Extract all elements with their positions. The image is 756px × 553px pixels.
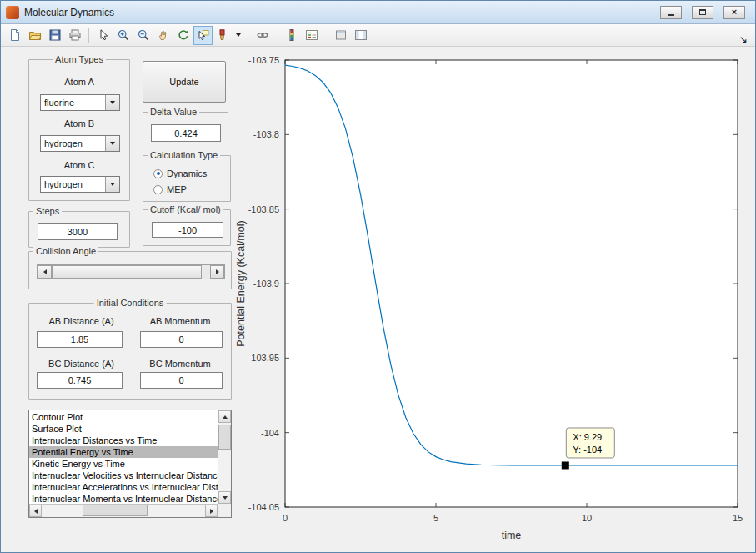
- list-item[interactable]: Internuclear Momenta vs Internuclear Dis…: [29, 493, 218, 504]
- dock-figure-icon[interactable]: ↘: [739, 33, 751, 46]
- datatip-x-value: X: 9.29: [573, 432, 602, 442]
- atom-b-dropdown[interactable]: hydrogen: [40, 135, 120, 152]
- list-item[interactable]: Potential Energy vs Time: [29, 446, 218, 458]
- new-figure-icon: [8, 28, 22, 42]
- hide-plot-tools-icon: [334, 28, 348, 42]
- calculation-type-group: Calculation Type Dynamics MEP: [143, 155, 231, 202]
- slider-right-arrow[interactable]: [210, 265, 224, 279]
- update-button[interactable]: Update: [143, 61, 226, 103]
- slider-thumb[interactable]: [52, 265, 202, 279]
- list-item[interactable]: Surface Plot: [29, 423, 218, 435]
- zoom-in-button[interactable]: [113, 26, 133, 45]
- maximize-button[interactable]: [692, 6, 713, 19]
- atom-c-dropdown[interactable]: hydrogen: [40, 176, 120, 193]
- window-controls: ×: [660, 6, 750, 19]
- print-figure-button[interactable]: [65, 26, 84, 45]
- x-axis-label: time: [502, 530, 522, 541]
- plot-type-list-items: Contour PlotSurface PlotInternuclear Dis…: [29, 411, 218, 504]
- insert-legend-button[interactable]: [302, 26, 321, 45]
- collision-angle-slider[interactable]: [37, 264, 225, 279]
- delta-value-group: Delta Value: [143, 112, 228, 148]
- delta-value-input[interactable]: [151, 124, 221, 142]
- radio-dynamics[interactable]: Dynamics: [153, 168, 207, 178]
- arrow-left-icon: [34, 509, 38, 514]
- minimize-icon: [668, 14, 674, 16]
- radio-button-icon: [153, 169, 163, 178]
- zoom-out-button[interactable]: [133, 26, 153, 45]
- y-tick-label: -104: [261, 428, 279, 438]
- zoom-out-icon: [137, 28, 150, 42]
- molecular-dynamics-window: Molecular Dynamics × ↘ 051015-103.75: [0, 0, 756, 553]
- atom-a-dropdown[interactable]: fluorine: [40, 94, 120, 111]
- radio-mep[interactable]: MEP: [153, 184, 187, 194]
- brush-dropdown-button[interactable]: [233, 26, 243, 45]
- arrow-up-icon: [223, 415, 228, 419]
- matlab-figure-icon: [6, 6, 19, 19]
- atom-c-value: hydrogen: [44, 179, 83, 189]
- list-item[interactable]: Internuclear Accelerations vs Internucle…: [29, 481, 218, 493]
- list-item[interactable]: Internuclear Velocities vs Internuclear …: [29, 470, 218, 481]
- plot-area[interactable]: [285, 60, 738, 507]
- list-item[interactable]: Kinetic Energy vs Time: [29, 458, 218, 470]
- brush-button[interactable]: [213, 26, 233, 45]
- chevron-down-icon: [110, 142, 115, 145]
- save-figure-button[interactable]: [45, 26, 64, 45]
- x-tick-label: 10: [582, 513, 592, 523]
- ab-momentum-input[interactable]: [140, 331, 223, 348]
- atom-a-dropdown-button[interactable]: [105, 95, 119, 110]
- minimize-button[interactable]: [660, 6, 682, 19]
- collision-angle-group: Collision Angle: [28, 251, 232, 289]
- link-plot-icon: [256, 28, 269, 42]
- scroll-right-button[interactable]: [205, 505, 218, 517]
- vertical-scroll-thumb[interactable]: [218, 425, 231, 450]
- initial-conditions-group: Initial Conditions AB Distance (A) AB Mo…: [28, 303, 232, 400]
- colorbar-icon: [285, 28, 298, 42]
- scroll-down-button[interactable]: [218, 491, 231, 504]
- rotate-3d-button[interactable]: [173, 26, 193, 45]
- arrow-left-icon: [43, 269, 47, 274]
- list-item[interactable]: Internuclear Distances vs Time: [29, 435, 218, 446]
- ab-distance-label: AB Distance (A): [33, 316, 129, 326]
- open-file-icon: [28, 28, 42, 42]
- hide-plot-tools-button[interactable]: [331, 26, 350, 45]
- atom-b-dropdown-button[interactable]: [105, 136, 119, 151]
- cutoff-input[interactable]: [152, 222, 223, 238]
- titlebar[interactable]: Molecular Dynamics ×: [1, 1, 755, 24]
- show-plot-tools-button[interactable]: [351, 26, 370, 45]
- new-figure-button[interactable]: [5, 26, 24, 45]
- data-cursor-button[interactable]: [193, 26, 213, 45]
- figure-content: 051015-103.75-103.8-103.85-103.9-103.95-…: [1, 47, 756, 553]
- open-file-button[interactable]: [25, 26, 44, 45]
- scroll-up-button[interactable]: [218, 410, 231, 423]
- slider-left-arrow[interactable]: [38, 265, 52, 279]
- listbox-vertical-scrollbar[interactable]: [218, 410, 231, 504]
- insert-colorbar-button[interactable]: [282, 26, 301, 45]
- plot-type-listbox[interactable]: Contour PlotSurface PlotInternuclear Dis…: [28, 410, 232, 518]
- close-icon: ×: [732, 8, 737, 17]
- listbox-horizontal-scrollbar[interactable]: [29, 504, 218, 517]
- edit-plot-button[interactable]: [93, 26, 113, 45]
- cutoff-group: Cutoff (Kcal/ mol): [143, 209, 231, 246]
- datatip-marker[interactable]: [562, 461, 569, 469]
- toolbar-separator: [248, 28, 248, 43]
- pan-button[interactable]: [153, 26, 173, 45]
- link-plot-button[interactable]: [253, 26, 272, 45]
- bc-distance-input[interactable]: [37, 372, 123, 389]
- ab-momentum-label: AB Momentum: [133, 316, 227, 326]
- legend-icon: [305, 28, 318, 42]
- y-tick-label: -104.05: [248, 502, 279, 512]
- bc-momentum-input[interactable]: [140, 372, 223, 389]
- ab-distance-input[interactable]: [37, 331, 123, 348]
- x-tick-label: 0: [283, 513, 288, 523]
- data-cursor-icon: [197, 28, 210, 42]
- horizontal-scroll-thumb[interactable]: [83, 505, 148, 516]
- scroll-left-button[interactable]: [29, 505, 42, 517]
- close-button[interactable]: ×: [723, 6, 745, 19]
- atom-c-dropdown-button[interactable]: [105, 177, 119, 192]
- radio-button-icon: [153, 185, 163, 194]
- list-item[interactable]: Contour Plot: [29, 411, 218, 423]
- scrollbar-corner: [218, 504, 231, 517]
- steps-input[interactable]: [38, 223, 118, 240]
- atom-a-value: fluorine: [44, 98, 74, 108]
- y-tick-label: -103.9: [253, 279, 279, 289]
